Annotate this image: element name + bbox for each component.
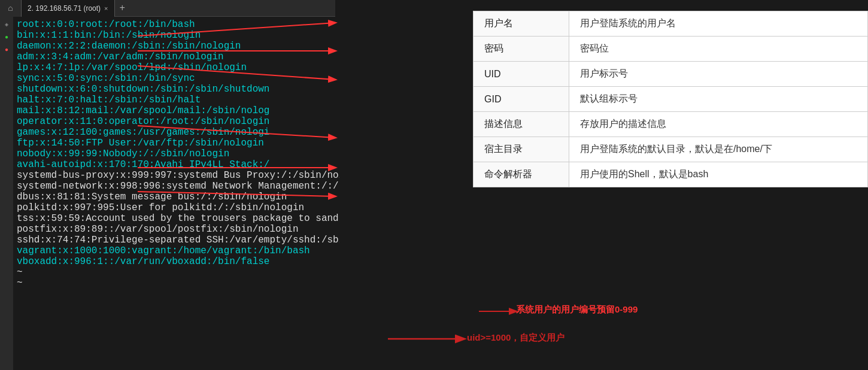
- terminal-line: root:x:0:0:root:/root:/bin/bash: [17, 19, 336, 30]
- terminal-line: ~: [17, 267, 336, 278]
- field-label: 宿主目录: [474, 137, 569, 162]
- system-user-annotation: 系统用户的用户编号预留0-999: [516, 304, 638, 316]
- terminal-line: daemon:x:2:2:daemon:/sbin:/sbin/nologin: [17, 41, 336, 51]
- terminal-line: adm:x:3:4:adm:/var/adm:/sbin/nologin: [17, 51, 336, 62]
- field-label: 用户名: [474, 11, 569, 37]
- terminal-line: vboxadd:x:996:1::/var/run/vboxadd:/bin/f…: [17, 256, 336, 267]
- sidebar-icon-3: ●: [1, 44, 12, 55]
- terminal-line: lp:x:4:7:lp:/var/spool/lpd:/sbin/nologin: [17, 62, 336, 73]
- active-tab[interactable]: 2. 192.168.56.71 (root) ×: [22, 0, 115, 17]
- field-description: 存放用户的描述信息: [569, 112, 868, 137]
- field-description: 密码位: [569, 37, 868, 62]
- terminal-line: sshd:x:74:74:Privilege-separated SSH:/va…: [17, 235, 336, 245]
- terminal-line: ~: [17, 278, 336, 289]
- terminal-line: nobody:x:99:99:Nobody:/:/sbin/nologin: [17, 148, 336, 159]
- field-description: 用户使用的Shell，默认是bash: [569, 162, 868, 187]
- terminal-line: postfix:x:89:89::/var/spool/postfix:/sbi…: [17, 224, 336, 235]
- home-icon: ⌂: [8, 4, 13, 13]
- terminal-line: tss:x:59:59:Account used by the trousers…: [17, 213, 336, 224]
- field-label: 命令解析器: [474, 162, 569, 187]
- tab-bar: ⌂ 2. 192.168.56.71 (root) × +: [0, 0, 335, 17]
- terminal-line: shutdown:x:6:0:shutdown:/sbin:/sbin/shut…: [17, 84, 336, 95]
- terminal-line: games:x:12:100:games:/usr/games:/sbin/no…: [17, 127, 336, 138]
- tab-close-button[interactable]: ×: [104, 5, 108, 12]
- terminal-line: polkitd:x:997:995:User for polkitd:/:/sb…: [17, 202, 336, 213]
- terminal-line: dbus:x:81:81:System message bus:/:/sbin/…: [17, 192, 336, 202]
- custom-user-annotation: uid>=1000，自定义用户: [467, 332, 564, 344]
- table-row: 命令解析器用户使用的Shell，默认是bash: [474, 162, 868, 187]
- table-row: UID用户标示号: [474, 62, 868, 87]
- sidebar-icon-2: ●: [1, 32, 12, 43]
- terminal-line: systemd-network:x:998:996:systemd Networ…: [17, 181, 336, 192]
- terminal-line: operator:x:11:0:operator:/root:/sbin/nol…: [17, 116, 336, 127]
- info-table: 用户名用户登陆系统的用户名密码密码位UID用户标示号GID默认组标示号描述信息存…: [473, 11, 868, 187]
- terminal-output: root:x:0:0:root:/root:/bin/bashbin:x:1:1…: [13, 17, 339, 370]
- tab-label: 2. 192.168.56.71 (root): [28, 4, 101, 13]
- terminal-line: bin:x:1:1:bin:/bin:/sbin/nologin: [17, 30, 336, 41]
- new-tab-button[interactable]: +: [115, 3, 130, 14]
- terminal-line: halt:x:7:0:halt:/sbin:/sbin/halt: [17, 95, 336, 105]
- terminal-line: avahi-autoipd:x:170:170:Avahi IPv4LL Sta…: [17, 159, 336, 170]
- field-label: GID: [474, 87, 569, 112]
- terminal-line: mail:x:8:12:mail:/var/spool/mail:/sbin/n…: [17, 105, 336, 116]
- terminal-line: systemd-bus-proxy:x:999:997:systemd Bus …: [17, 170, 336, 181]
- terminal-line: sync:x:5:0:sync:/sbin:/bin/sync: [17, 73, 336, 84]
- table-row: 宿主目录用户登陆系统的默认目录，默认是在/home/下: [474, 137, 868, 162]
- sidebar: ◈ ● ●: [0, 17, 13, 370]
- home-tab[interactable]: ⌂: [0, 0, 22, 17]
- field-label: 描述信息: [474, 112, 569, 137]
- table-row: 用户名用户登陆系统的用户名: [474, 11, 868, 37]
- field-label: 密码: [474, 37, 569, 62]
- table-row: 描述信息存放用户的描述信息: [474, 112, 868, 137]
- table-row: GID默认组标示号: [474, 87, 868, 112]
- field-label: UID: [474, 62, 569, 87]
- field-description: 用户登陆系统的用户名: [569, 11, 868, 37]
- field-description: 用户标示号: [569, 62, 868, 87]
- field-description: 默认组标示号: [569, 87, 868, 112]
- terminal-line: ftp:x:14:50:FTP User:/var/ftp:/sbin/nolo…: [17, 138, 336, 148]
- table-row: 密码密码位: [474, 37, 868, 62]
- field-description: 用户登陆系统的默认目录，默认是在/home/下: [569, 137, 868, 162]
- sidebar-icon-1: ◈: [1, 19, 12, 30]
- terminal-line: vagrant:x:1000:1000:vagrant:/home/vagran…: [17, 245, 336, 256]
